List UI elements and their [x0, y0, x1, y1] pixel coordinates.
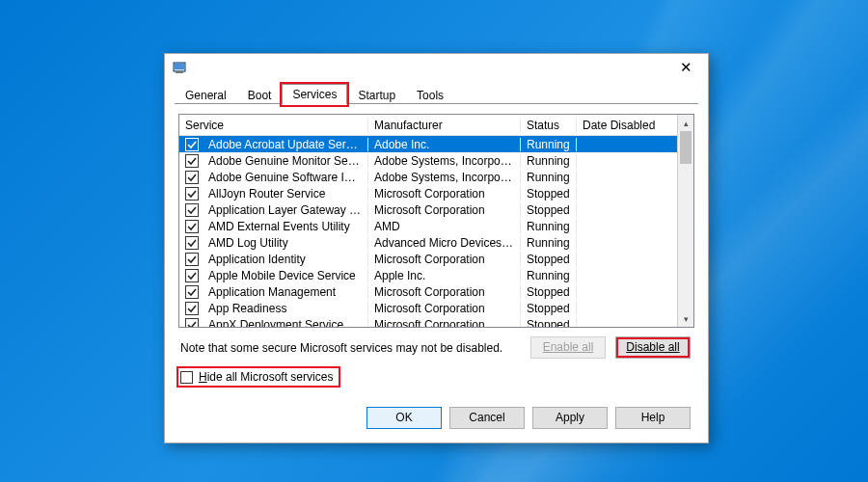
cell-status: Stopped [521, 285, 577, 299]
table-row[interactable]: Adobe Acrobat Update ServiceAdobe Inc.Ru… [179, 136, 677, 152]
table-row[interactable]: Application ManagementMicrosoft Corporat… [179, 283, 677, 300]
svg-rect-2 [175, 64, 184, 69]
table-row[interactable]: AMD External Events UtilityAMDRunning [179, 218, 677, 234]
enable-all-label: Enable all [543, 340, 594, 354]
row-checkbox[interactable] [185, 285, 199, 299]
cell-service: Application Layer Gateway Service [203, 203, 368, 217]
cell-manufacturer: Apple Inc. [368, 269, 521, 282]
cell-manufacturer: Adobe Inc. [368, 138, 521, 151]
cell-status: Running [521, 220, 577, 233]
services-list[interactable]: Service Manufacturer Status Date Disable… [178, 114, 694, 328]
cell-service: AppX Deployment Service (AppX... [203, 318, 368, 328]
list-rows: Adobe Acrobat Update ServiceAdobe Inc.Ru… [179, 136, 677, 327]
cell-service: Adobe Acrobat Update Service [203, 138, 368, 151]
apply-button[interactable]: Apply [532, 407, 608, 429]
scroll-thumb[interactable] [680, 131, 692, 164]
table-row[interactable]: Apple Mobile Device ServiceApple Inc.Run… [179, 267, 677, 283]
table-row[interactable]: Adobe Genuine Monitor ServiceAdobe Syste… [179, 152, 677, 169]
cell-status: Stopped [521, 318, 577, 328]
row-checkbox[interactable] [185, 269, 199, 282]
row-checkbox[interactable] [185, 220, 199, 233]
row-checkbox[interactable] [185, 171, 199, 184]
scroll-up-icon[interactable]: ▴ [678, 115, 693, 131]
scrollbar[interactable]: ▴ ▾ [677, 115, 693, 327]
enable-all-button[interactable]: Enable all [530, 336, 606, 359]
row-checkbox[interactable] [185, 236, 199, 250]
disable-all-button[interactable]: Disable all [615, 336, 691, 359]
cell-status: Stopped [521, 253, 577, 266]
cell-manufacturer: Microsoft Corporation [368, 253, 521, 266]
tab-general[interactable]: General [175, 85, 237, 105]
cell-service: AllJoyn Router Service [203, 187, 368, 201]
cell-service: Adobe Genuine Monitor Service [203, 154, 368, 168]
list-header[interactable]: Service Manufacturer Status Date Disable… [179, 115, 693, 136]
cell-manufacturer: Microsoft Corporation [368, 203, 521, 217]
cell-manufacturer: Microsoft Corporation [368, 318, 521, 328]
hide-ms-label: Hide all Microsoft services [199, 370, 333, 384]
cell-service: AMD Log Utility [203, 236, 368, 250]
table-row[interactable]: App ReadinessMicrosoft CorporationStoppe… [179, 300, 677, 316]
cell-status: Running [521, 154, 577, 168]
cell-manufacturer: Microsoft Corporation [368, 285, 521, 299]
help-button[interactable]: Help [615, 407, 691, 429]
cell-status: Stopped [521, 203, 577, 217]
svg-rect-1 [176, 71, 183, 73]
row-checkbox[interactable] [185, 138, 199, 151]
cell-manufacturer: Adobe Systems, Incorpora... [368, 154, 521, 168]
cell-service: Application Identity [203, 253, 368, 266]
hide-ms-services-row[interactable]: Hide all Microsoft services [178, 368, 339, 386]
table-row[interactable]: AllJoyn Router ServiceMicrosoft Corporat… [179, 185, 677, 201]
cell-status: Stopped [521, 302, 577, 315]
cell-service: AMD External Events Utility [203, 220, 368, 233]
col-status[interactable]: Status [521, 119, 577, 132]
table-row[interactable]: Adobe Genuine Software Integri...Adobe S… [179, 169, 677, 185]
table-row[interactable]: AppX Deployment Service (AppX...Microsof… [179, 316, 677, 327]
cell-service: Application Management [203, 285, 368, 299]
cell-status: Running [521, 236, 577, 250]
cell-status: Stopped [521, 187, 577, 201]
row-checkbox[interactable] [185, 154, 199, 168]
col-service[interactable]: Service [179, 119, 368, 132]
ok-button[interactable]: OK [366, 407, 442, 429]
tab-services[interactable]: Services [282, 84, 347, 105]
cell-manufacturer: Adobe Systems, Incorpora... [368, 171, 521, 184]
note-text: Note that some secure Microsoft services… [180, 341, 502, 355]
cell-manufacturer: Advanced Micro Devices, I... [368, 236, 521, 250]
tab-tools[interactable]: Tools [406, 85, 454, 105]
cell-service: Apple Mobile Device Service [203, 269, 368, 282]
close-button[interactable]: ✕ [672, 57, 700, 78]
scroll-down-icon[interactable]: ▾ [678, 310, 693, 327]
row-checkbox[interactable] [185, 203, 199, 217]
cell-manufacturer: Microsoft Corporation [368, 302, 521, 315]
row-checkbox[interactable] [185, 253, 199, 266]
hide-ms-checkbox[interactable] [180, 371, 193, 384]
cell-manufacturer: AMD [368, 220, 521, 233]
app-icon [173, 60, 188, 75]
cell-service: App Readiness [203, 302, 368, 315]
tab-startup[interactable]: Startup [347, 85, 406, 105]
titlebar[interactable]: ✕ [165, 54, 708, 81]
tab-boot[interactable]: Boot [237, 85, 283, 105]
cell-manufacturer: Microsoft Corporation [368, 187, 521, 201]
table-row[interactable]: Application Layer Gateway ServiceMicroso… [179, 201, 677, 218]
disable-all-label: Disable all [626, 340, 679, 354]
row-checkbox[interactable] [185, 318, 199, 328]
row-checkbox[interactable] [185, 302, 199, 315]
cell-status: Running [521, 171, 577, 184]
tabstrip: General Boot Services Startup Tools [165, 81, 708, 104]
row-checkbox[interactable] [185, 187, 199, 201]
table-row[interactable]: AMD Log UtilityAdvanced Micro Devices, I… [179, 234, 677, 251]
col-date-disabled[interactable]: Date Disabled [577, 119, 669, 132]
cell-status: Running [521, 138, 577, 151]
col-manufacturer[interactable]: Manufacturer [368, 119, 521, 132]
msconfig-dialog: ✕ General Boot Services Startup Tools Se… [164, 53, 709, 443]
cell-service: Adobe Genuine Software Integri... [203, 171, 368, 184]
table-row[interactable]: Application IdentityMicrosoft Corporatio… [179, 251, 677, 267]
cell-status: Running [521, 269, 577, 282]
cancel-button[interactable]: Cancel [449, 407, 525, 429]
